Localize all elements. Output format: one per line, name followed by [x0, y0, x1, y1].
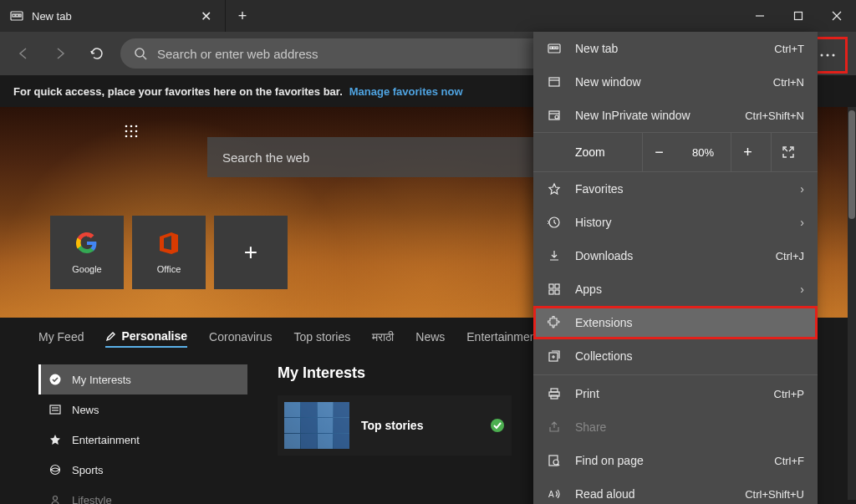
scrollbar-thumb[interactable]	[848, 110, 855, 219]
svg-rect-39	[549, 284, 553, 288]
history-icon	[547, 216, 562, 229]
newtab-icon	[10, 9, 23, 23]
svg-point-21	[135, 135, 138, 138]
sports-icon	[48, 464, 62, 476]
inprivate-icon	[547, 109, 562, 122]
forward-button[interactable]	[43, 37, 77, 70]
card-title: Top stories	[361, 419, 478, 432]
quick-tiles: Google Office +	[50, 216, 288, 289]
svg-point-15	[135, 125, 138, 128]
sidebar-item-news[interactable]: News	[38, 395, 247, 425]
svg-line-9	[143, 56, 146, 59]
tile-add[interactable]: +	[214, 216, 288, 289]
feed-nav-news[interactable]: News	[415, 330, 445, 347]
tab-title: New tab	[32, 10, 189, 23]
chevron-right-icon: ›	[800, 283, 804, 296]
minimize-button[interactable]	[741, 0, 779, 32]
menu-share[interactable]: Share	[533, 410, 818, 444]
interests-main: My Interests Top stories	[278, 364, 512, 504]
svg-rect-45	[551, 389, 558, 392]
svg-rect-3	[19, 14, 21, 17]
svg-point-28	[491, 419, 504, 432]
tile-office[interactable]: Office	[132, 216, 206, 289]
zoom-value: 80%	[682, 146, 724, 159]
feed-nav-entertainment[interactable]: Entertainment	[466, 330, 539, 347]
svg-point-12	[833, 54, 835, 57]
svg-point-13	[125, 125, 128, 128]
interests-sidebar: My Interests News Entertainment Sports L…	[38, 364, 247, 504]
google-icon	[74, 231, 99, 256]
scrollbar[interactable]	[848, 107, 856, 500]
menu-new-window[interactable]: New window Ctrl+N	[533, 65, 818, 99]
tile-label: Office	[157, 264, 181, 274]
window-controls	[741, 0, 856, 32]
extensions-icon	[547, 316, 562, 329]
zoom-out-button[interactable]: −	[642, 132, 675, 172]
print-icon	[547, 387, 562, 400]
svg-rect-41	[549, 290, 553, 294]
feed-nav-myfeed[interactable]: My Feed	[38, 330, 84, 347]
svg-point-8	[135, 48, 144, 57]
fullscreen-button[interactable]	[771, 132, 804, 172]
search-icon	[134, 47, 147, 60]
refresh-button[interactable]	[80, 37, 114, 70]
menu-new-inprivate[interactable]: New InPrivate window Ctrl+Shift+N	[533, 99, 818, 132]
menu-history[interactable]: History ›	[533, 206, 818, 239]
page-settings-button[interactable]	[124, 124, 139, 139]
menu-print[interactable]: Print Ctrl+P	[533, 377, 818, 410]
svg-point-16	[125, 130, 128, 133]
zoom-in-button[interactable]: +	[731, 132, 764, 172]
interests-title: My Interests	[278, 364, 512, 382]
feed-nav-personalise[interactable]: Personalise	[105, 329, 187, 348]
svg-point-26	[51, 466, 60, 475]
menu-read-aloud[interactable]: A Read aloud Ctrl+Shift+U	[533, 477, 818, 504]
feed-nav-coronavirus[interactable]: Coronavirus	[209, 330, 272, 347]
share-icon	[547, 420, 562, 434]
feed-nav-topstories[interactable]: Top stories	[294, 330, 351, 347]
svg-rect-33	[549, 78, 559, 86]
browser-tab[interactable]: New tab ✕	[0, 0, 226, 32]
tile-google[interactable]: Google	[50, 216, 124, 289]
lifestyle-icon	[48, 494, 62, 504]
svg-rect-1	[13, 14, 15, 17]
svg-rect-40	[555, 284, 559, 288]
star-icon	[547, 182, 562, 196]
pencil-icon	[105, 331, 116, 342]
feed-nav-marathi[interactable]: मराठी	[372, 330, 394, 348]
new-tab-button[interactable]: +	[226, 0, 259, 32]
svg-point-27	[54, 496, 58, 501]
manage-favorites-link[interactable]: Manage favorites now	[349, 85, 463, 98]
tab-close-button[interactable]: ✕	[197, 8, 215, 24]
settings-more-button[interactable]	[813, 43, 842, 68]
menu-collections[interactable]: Collections	[533, 339, 818, 373]
svg-text:A: A	[548, 490, 554, 499]
collections-icon	[547, 349, 562, 363]
sidebar-item-sports[interactable]: Sports	[38, 455, 247, 485]
svg-rect-42	[555, 290, 559, 294]
apps-icon	[547, 283, 562, 296]
close-window-button[interactable]	[818, 0, 856, 32]
menu-downloads[interactable]: Downloads Ctrl+J	[533, 239, 818, 272]
newtab-icon	[547, 42, 562, 55]
interest-card-topstories[interactable]: Top stories	[278, 395, 512, 456]
svg-point-20	[130, 135, 133, 138]
find-icon	[547, 454, 562, 467]
menu-find[interactable]: Find on page Ctrl+F	[533, 444, 818, 477]
back-button[interactable]	[7, 37, 40, 70]
menu-favorites[interactable]: Favorites ›	[533, 172, 818, 206]
check-icon	[490, 418, 505, 433]
chevron-right-icon: ›	[800, 216, 804, 229]
favbar-text: For quick access, place your favorites h…	[13, 85, 343, 98]
sidebar-item-myinterests[interactable]: My Interests	[38, 364, 247, 395]
sidebar-item-lifestyle[interactable]: Lifestyle	[38, 485, 247, 504]
svg-point-10	[821, 54, 823, 57]
check-circle-icon	[48, 374, 62, 385]
menu-apps[interactable]: Apps ›	[533, 272, 818, 306]
maximize-button[interactable]	[779, 0, 818, 32]
plus-icon: +	[238, 240, 263, 265]
svg-point-17	[130, 130, 133, 133]
svg-rect-31	[553, 47, 556, 49]
menu-extensions[interactable]: Extensions	[533, 306, 818, 339]
sidebar-item-entertainment[interactable]: Entertainment	[38, 425, 247, 455]
menu-new-tab[interactable]: New tab Ctrl+T	[533, 32, 818, 65]
